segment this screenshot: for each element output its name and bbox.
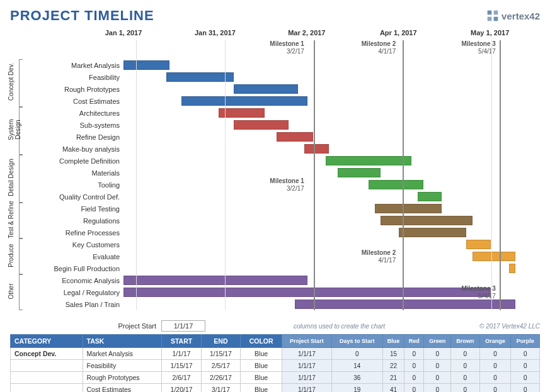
task-label: Key Customers xyxy=(23,241,123,249)
gantt-bar xyxy=(326,156,411,165)
gantt-row: EvaluateMilestone 24/1/17 xyxy=(23,250,540,262)
task-label: Evaluate xyxy=(23,253,123,260)
table-cell[interactable]: 0 xyxy=(511,360,540,372)
axis-tick-label: Mar 2, 2017 xyxy=(288,29,325,36)
table-cell[interactable]: 1/15/17 xyxy=(201,348,240,360)
table-cell[interactable]: 2/6/17 xyxy=(162,372,201,384)
gantt-bar xyxy=(509,264,515,273)
table-cell[interactable]: Rough Prototypes xyxy=(83,372,162,384)
table-cell[interactable] xyxy=(11,360,83,372)
table-cell[interactable]: Concept Dev. xyxy=(11,348,83,360)
table-cell[interactable]: 0 xyxy=(424,348,451,360)
th-orange: Orange xyxy=(479,335,511,348)
table-cell[interactable]: 3/1/17 xyxy=(201,384,240,393)
table-cell[interactable]: 0 xyxy=(479,360,511,372)
table-cell[interactable]: 0 xyxy=(331,348,382,360)
project-start-value[interactable]: 1/1/17 xyxy=(161,320,205,332)
table-cell[interactable]: 1/1/17 xyxy=(162,348,201,360)
table-cell[interactable] xyxy=(11,384,83,393)
table-cell[interactable]: 0 xyxy=(511,384,540,393)
gantt-row: Cost Estimates xyxy=(23,95,540,107)
table-cell[interactable]: Blue xyxy=(241,360,282,372)
gantt-bar xyxy=(466,240,491,249)
task-label: Materials xyxy=(23,169,123,177)
table-cell[interactable]: 1/1/17 xyxy=(282,348,332,360)
table-cell[interactable] xyxy=(11,372,83,384)
table-cell[interactable]: 2/5/17 xyxy=(201,360,240,372)
table-cell[interactable]: 1/1/17 xyxy=(282,384,332,393)
table-cell[interactable]: Cost Estimates xyxy=(83,384,162,393)
vertex42-logo: vertex42 xyxy=(486,9,540,22)
phase-bracket xyxy=(19,155,23,203)
table-cell[interactable]: 0 xyxy=(404,384,424,393)
data-table: CATEGORY TASK START END COLOR Project St… xyxy=(10,334,540,392)
gantt-bar xyxy=(418,192,442,201)
gantt-bar xyxy=(234,120,289,130)
page-title: PROJECT TIMELINE xyxy=(10,8,154,24)
gantt-row: Refine Processes xyxy=(23,227,540,238)
columns-hint: columns used to create the chart xyxy=(294,323,385,330)
table-cell[interactable]: 0 xyxy=(424,360,451,372)
task-label: Feasibility xyxy=(23,74,123,81)
phase-label: Concept Dev. xyxy=(8,63,14,101)
table-cell[interactable]: 1/20/17 xyxy=(162,384,201,393)
table-cell[interactable]: 0 xyxy=(511,348,540,360)
svg-rect-0 xyxy=(488,11,492,15)
gantt-row: Sub-systems xyxy=(23,119,540,131)
table-cell[interactable]: 0 xyxy=(451,372,479,384)
table-cell[interactable]: Blue xyxy=(241,372,282,384)
table-cell[interactable]: 19 xyxy=(331,384,382,393)
th-category: CATEGORY xyxy=(11,335,83,348)
table-cell[interactable]: 0 xyxy=(451,360,479,372)
table-cell[interactable]: 0 xyxy=(451,348,479,360)
table-cell[interactable]: 0 xyxy=(479,348,511,360)
task-label: Rough Prototypes xyxy=(23,86,123,93)
table-cell[interactable]: Feasibility xyxy=(83,360,162,372)
milestone-label: Milestone 13/2/17 xyxy=(270,40,306,55)
gantt-bar xyxy=(181,96,307,106)
table-row: Cost Estimates1/20/173/1/17Blue1/1/17194… xyxy=(11,384,540,393)
table-cell[interactable]: 0 xyxy=(479,384,511,393)
axis-tick-label: Jan 1, 2017 xyxy=(105,29,142,36)
gantt-row: Begin Full Production xyxy=(23,262,540,274)
task-label: Regulations xyxy=(23,217,123,225)
table-cell[interactable]: 0 xyxy=(404,360,424,372)
table-row: Concept Dev.Market Analysis1/1/171/15/17… xyxy=(11,348,540,360)
gantt-row: Refine Design xyxy=(23,131,540,143)
table-cell[interactable]: 21 xyxy=(382,372,404,384)
table-cell[interactable]: 0 xyxy=(451,384,479,393)
table-cell[interactable]: 0 xyxy=(479,372,511,384)
gantt-row: Legal / RegulatoryMilestone 35/4/17 xyxy=(23,286,540,298)
table-cell[interactable]: 1/15/17 xyxy=(162,360,201,372)
axis-tick-label: Apr 1, 2017 xyxy=(380,29,417,36)
table-cell[interactable]: 0 xyxy=(424,372,451,384)
task-label: Architectures xyxy=(23,109,123,117)
table-cell[interactable]: 0 xyxy=(511,372,540,384)
gantt-bar xyxy=(473,252,515,261)
gantt-bar xyxy=(375,204,442,213)
table-cell[interactable]: Blue xyxy=(241,348,282,360)
table-cell[interactable]: 0 xyxy=(404,348,424,360)
table-cell[interactable]: 41 xyxy=(382,384,404,393)
gantt-row: ToolingMilestone 13/2/17 xyxy=(23,179,540,191)
table-cell[interactable]: 22 xyxy=(382,360,404,372)
gantt-row: Sales Plan / Train xyxy=(23,298,540,310)
task-label: Begin Full Production xyxy=(23,265,123,272)
table-cell[interactable]: 1/1/17 xyxy=(282,360,332,372)
table-cell[interactable]: Market Analysis xyxy=(83,348,162,360)
table-cell[interactable]: 1/1/17 xyxy=(282,372,332,384)
th-purple: Purple xyxy=(511,335,540,348)
table-row: Feasibility1/15/172/5/17Blue1/1/17142200… xyxy=(11,360,540,372)
table-cell[interactable]: 0 xyxy=(424,384,451,393)
table-cell[interactable]: 15 xyxy=(382,348,404,360)
project-start-label: Project Start xyxy=(73,322,161,330)
table-cell[interactable]: 2/26/17 xyxy=(201,372,240,384)
table-cell[interactable]: 0 xyxy=(404,372,424,384)
table-cell[interactable]: 14 xyxy=(331,360,382,372)
gantt-bar xyxy=(399,228,466,237)
phase-bracket xyxy=(19,203,23,238)
task-label: Refine Processes xyxy=(23,229,123,237)
th-red: Red xyxy=(404,335,424,348)
table-cell[interactable]: 36 xyxy=(331,372,382,384)
table-cell[interactable]: Blue xyxy=(241,384,282,393)
